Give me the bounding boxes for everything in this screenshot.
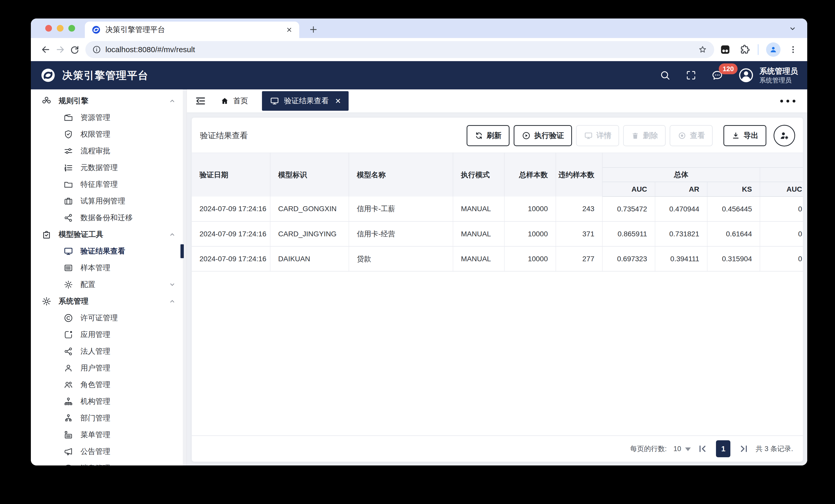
new-tab-icon[interactable] xyxy=(308,25,318,35)
execute-label: 执行验证 xyxy=(534,130,564,141)
tab-active-label: 验证结果查看 xyxy=(284,96,329,106)
tab-close-icon[interactable]: ✕ xyxy=(335,97,341,105)
sidebar-item-sample-mgmt[interactable]: 样本管理 xyxy=(31,259,186,276)
cell-auc: 0.735472 xyxy=(602,196,655,222)
site-info-icon[interactable] xyxy=(92,45,101,54)
fullscreen-icon[interactable] xyxy=(685,70,697,81)
sidebar-item-trial-case-mgmt[interactable]: 试算用例管理 xyxy=(31,193,186,209)
sidebar-item-org-mgmt[interactable]: 机构管理 xyxy=(31,393,186,410)
table-row[interactable]: 2024-07-09 17:24:16 CARD_GONGXIN 信用卡-工薪 … xyxy=(192,196,803,222)
sidebar-item-metadata-mgmt[interactable]: 元数据管理 xyxy=(31,159,186,176)
cell-mode: MANUAL xyxy=(453,196,504,222)
rows-per-page-select[interactable]: 10 xyxy=(673,445,691,453)
sidebar-item-config[interactable]: 配置 xyxy=(31,276,186,293)
zoom-window-button[interactable] xyxy=(68,25,75,31)
app-navbar-right: 120 系统管理员 系统管理员 xyxy=(659,66,798,84)
sidebar-item-license-mgmt[interactable]: 许可证管理 xyxy=(31,310,186,326)
tab-search-chevron-icon[interactable] xyxy=(788,24,797,33)
search-icon[interactable] xyxy=(659,69,671,81)
user-icon xyxy=(63,363,74,374)
first-page-icon[interactable] xyxy=(697,444,708,454)
browser-tab[interactable]: 决策引擎管理平台 xyxy=(85,22,299,38)
sidebar-item-data-backup-migration[interactable]: 数据备份和迁移 xyxy=(31,209,186,226)
current-page[interactable]: 1 xyxy=(716,440,730,457)
col-header-ks: KS xyxy=(707,182,760,196)
dept-tree-icon xyxy=(63,413,74,424)
tags-more-icon[interactable] xyxy=(780,100,799,103)
briefcase-icon xyxy=(63,196,74,207)
reload-icon[interactable] xyxy=(67,42,82,57)
play-circle-icon xyxy=(522,131,531,140)
sidebar-item-permission-mgmt[interactable]: 权限管理 xyxy=(31,126,186,143)
cell-model-name: 信用卡-经营 xyxy=(349,222,453,246)
sidebar-item-validation-result-view[interactable]: 验证结果查看 xyxy=(31,243,186,259)
sidebar-item-message-mgmt[interactable]: 消息管理 xyxy=(31,460,186,465)
back-icon[interactable] xyxy=(39,42,53,57)
export-button[interactable]: 导出 xyxy=(724,125,766,146)
sidebar-item-label: 资源管理 xyxy=(80,112,110,123)
org-tree-icon xyxy=(63,396,74,407)
sidebar-item-announcement-mgmt[interactable]: 公告管理 xyxy=(31,443,186,460)
tab-close-icon[interactable] xyxy=(286,26,292,33)
sidebar-item-label: 消息管理 xyxy=(80,463,110,466)
tab-home[interactable]: 首页 xyxy=(215,96,253,106)
browser-profile-avatar[interactable] xyxy=(766,42,780,57)
cell-default: 371 xyxy=(556,222,602,246)
cell-auc: 0.697323 xyxy=(602,246,655,271)
sidebar-item-resource-mgmt[interactable]: 资源管理 xyxy=(31,109,186,126)
messages-icon[interactable]: 120 xyxy=(711,69,724,81)
results-table: 验证日期 模型标识 模型名称 执行模式 总样本数 违约样本数 总体 xyxy=(192,152,803,272)
minimize-window-button[interactable] xyxy=(57,25,63,31)
sidebar-scrollbar-track[interactable] xyxy=(183,89,186,465)
ordered-list-icon xyxy=(63,162,74,173)
sidebar-item-user-mgmt[interactable]: 用户管理 xyxy=(31,360,186,376)
sidebar-item-legal-entity-mgmt[interactable]: 法人管理 xyxy=(31,343,186,360)
execute-validation-button[interactable]: 执行验证 xyxy=(514,125,572,146)
sidebar-item-process-approval[interactable]: 流程审批 xyxy=(31,143,186,159)
close-window-button[interactable] xyxy=(45,25,52,31)
extension-app-icon[interactable] xyxy=(719,44,731,56)
url-bar[interactable]: localhost:8080/#/mv/result xyxy=(85,41,714,58)
refresh-button[interactable]: 刷新 xyxy=(467,125,510,146)
chat-bubble-icon xyxy=(63,463,74,466)
sidebar-item-label: 规则引擎 xyxy=(59,96,88,106)
main-area: 首页 验证结果查看 ✕ 验证结果查看 刷新 xyxy=(187,89,807,465)
sidebar-item-label: 验证结果查看 xyxy=(80,246,125,256)
tab-home-label: 首页 xyxy=(233,96,248,106)
cell-total: 10000 xyxy=(504,246,556,271)
browser-toolbar: localhost:8080/#/mv/result xyxy=(31,38,807,61)
sidebar-section-system-mgmt[interactable]: 系统管理 xyxy=(31,293,186,310)
cell-ks: 0.456445 xyxy=(707,196,760,222)
sidebar-item-role-mgmt[interactable]: 角色管理 xyxy=(31,376,186,393)
cell-model-name: 贷款 xyxy=(349,246,453,271)
user-block[interactable]: 系统管理员 系统管理员 xyxy=(738,66,798,84)
view-button: 查看 xyxy=(670,125,713,146)
tab-validation-result[interactable]: 验证结果查看 ✕ xyxy=(262,91,349,111)
cluster-icon xyxy=(41,96,52,106)
cell-total: 10000 xyxy=(504,222,556,246)
col-header-model-name: 模型名称 xyxy=(349,153,453,196)
url-text[interactable]: localhost:8080/#/mv/result xyxy=(105,45,694,54)
sidebar-section-rule-engine[interactable]: 规则引擎 xyxy=(31,92,186,109)
table-row[interactable]: 2024-07-09 17:24:16 CARD_JINGYING 信用卡-经营… xyxy=(192,222,803,246)
cell-ar: 0.394111 xyxy=(655,246,707,271)
sidebar-section-model-validation-tools[interactable]: 模型验证工具 xyxy=(31,226,186,243)
table-row[interactable]: 2024-07-09 17:24:16 DAIKUAN 贷款 MANUAL 10… xyxy=(192,246,803,271)
sidebar-item-menu-mgmt[interactable]: 菜单管理 xyxy=(31,426,186,443)
sidebar-item-app-mgmt[interactable]: 应用管理 xyxy=(31,326,186,343)
rows-per-page-value: 10 xyxy=(673,445,681,453)
message-count-badge: 120 xyxy=(719,63,737,74)
bookmark-star-icon[interactable] xyxy=(698,45,708,55)
chevron-down-icon xyxy=(168,281,176,289)
column-settings-button[interactable] xyxy=(774,125,795,146)
browser-menu-kebab-icon[interactable] xyxy=(788,45,798,55)
empty-space xyxy=(192,272,803,436)
sidebar-item-feature-store-mgmt[interactable]: 特征库管理 xyxy=(31,176,186,193)
sidebar-item-label: 系统管理 xyxy=(59,296,88,307)
sidebar-item-dept-mgmt[interactable]: 部门管理 xyxy=(31,410,186,426)
cell-model-name: 信用卡-工薪 xyxy=(349,196,453,222)
cell-date: 2024-07-09 17:24:16 xyxy=(192,222,270,246)
extensions-puzzle-icon[interactable] xyxy=(739,44,750,55)
last-page-icon[interactable] xyxy=(739,444,749,454)
collapse-sidebar-icon[interactable] xyxy=(195,95,206,107)
